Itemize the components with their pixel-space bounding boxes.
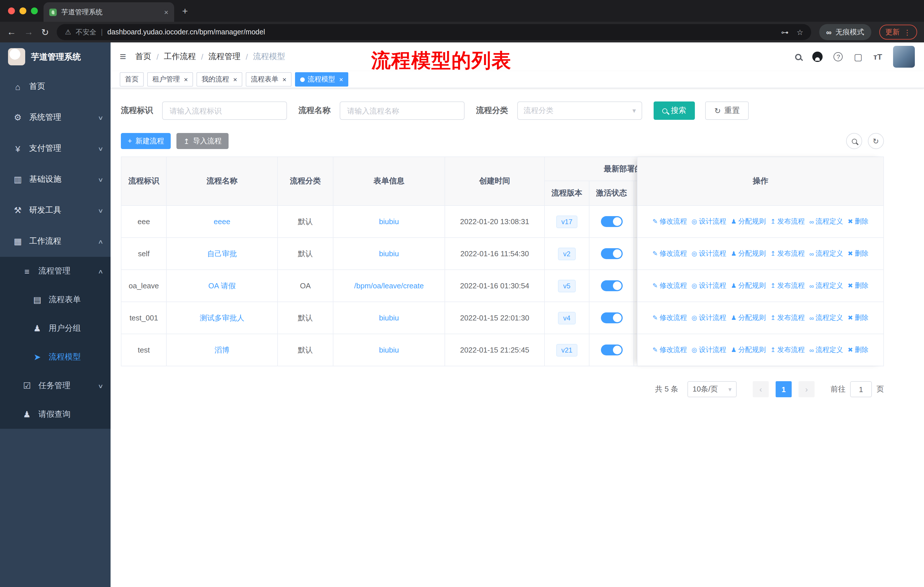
tab-close-icon[interactable]: × xyxy=(164,8,168,17)
browser-tab[interactable]: 芋道管理系统 × xyxy=(43,2,174,22)
delete-action-link[interactable]: ✖删除 xyxy=(848,281,868,291)
design-action-link[interactable]: ◎设计流程 xyxy=(691,345,726,355)
activation-toggle[interactable] xyxy=(601,216,622,227)
user-avatar[interactable] xyxy=(893,46,915,68)
edit-action-link[interactable]: ✎修改流程 xyxy=(652,345,687,355)
publish-action-link[interactable]: ↥发布流程 xyxy=(770,313,805,323)
form-link[interactable]: biubiu xyxy=(379,346,399,354)
assign-action-link[interactable]: ♟分配规则 xyxy=(731,217,766,227)
delete-action-link[interactable]: ✖删除 xyxy=(848,217,868,227)
search-button[interactable]: 搜索 xyxy=(653,101,695,120)
definition-action-link[interactable]: ∞流程定义 xyxy=(809,217,843,227)
definition-action-link[interactable]: ∞流程定义 xyxy=(809,313,843,323)
create-process-button[interactable]: + 新建流程 xyxy=(121,133,171,149)
definition-action-link[interactable]: ∞流程定义 xyxy=(809,281,843,291)
next-page-button[interactable]: › xyxy=(799,381,815,397)
close-icon[interactable]: × xyxy=(233,75,237,83)
activation-toggle[interactable] xyxy=(601,280,622,291)
sidebar-item-send[interactable]: ➤流程模型 xyxy=(0,343,111,372)
tag-item[interactable]: 我的流程× xyxy=(196,72,242,86)
minimize-window-button[interactable] xyxy=(20,7,26,14)
edit-action-link[interactable]: ✎修改流程 xyxy=(652,313,687,323)
assign-action-link[interactable]: ♟分配规则 xyxy=(731,281,766,291)
delete-action-link[interactable]: ✖删除 xyxy=(848,345,868,355)
close-icon[interactable]: × xyxy=(184,75,188,83)
definition-action-link[interactable]: ∞流程定义 xyxy=(809,249,843,258)
design-action-link[interactable]: ◎设计流程 xyxy=(691,313,726,323)
activation-toggle[interactable] xyxy=(601,248,622,259)
forward-button[interactable]: → xyxy=(24,27,33,37)
sidebar-item-yen[interactable]: ¥支付管理∨ xyxy=(0,133,111,164)
edit-action-link[interactable]: ✎修改流程 xyxy=(652,249,687,258)
sidebar-item-task[interactable]: ☑任务管理∨ xyxy=(0,372,111,400)
github-icon[interactable] xyxy=(813,51,823,62)
sidebar-collapse-icon[interactable]: ≡ xyxy=(120,50,126,63)
form-link[interactable]: biubiu xyxy=(379,217,399,226)
key-icon[interactable]: ⊶ xyxy=(781,28,789,36)
sidebar-item-doc[interactable]: ▤流程表单 xyxy=(0,286,111,314)
security-label[interactable]: 不安全 xyxy=(76,27,96,37)
search-icon[interactable] xyxy=(795,54,802,60)
close-window-button[interactable] xyxy=(8,7,15,14)
bookmark-star-icon[interactable]: ☆ xyxy=(797,28,803,36)
close-icon[interactable]: × xyxy=(339,75,343,83)
tag-item[interactable]: 流程模型× xyxy=(295,72,348,86)
activation-toggle[interactable] xyxy=(601,313,622,323)
zoom-window-button[interactable] xyxy=(31,7,38,14)
reload-button[interactable]: ↻ xyxy=(41,26,49,38)
sidebar-item-users[interactable]: ♟用户分组 xyxy=(0,314,111,343)
form-link[interactable]: biubiu xyxy=(379,314,399,322)
help-icon[interactable]: ? xyxy=(834,52,843,61)
breadcrumb-item[interactable]: 首页 xyxy=(135,51,151,62)
toggle-search-button[interactable] xyxy=(846,133,862,149)
process-name-link[interactable]: 测试多审批人 xyxy=(200,313,244,323)
process-name-input[interactable] xyxy=(340,101,465,120)
import-process-button[interactable]: ↥ 导入流程 xyxy=(177,133,229,149)
sidebar-item-person[interactable]: ♟请假查询 xyxy=(0,400,111,429)
tag-item[interactable]: 租户管理× xyxy=(147,72,193,86)
browser-menu-icon[interactable]: ⋮ xyxy=(904,28,911,36)
breadcrumb-item[interactable]: 工作流程 xyxy=(164,51,196,62)
form-link[interactable]: /bpm/oa/leave/create xyxy=(354,281,424,290)
activation-toggle[interactable] xyxy=(601,344,622,356)
definition-action-link[interactable]: ∞流程定义 xyxy=(809,345,843,355)
publish-action-link[interactable]: ↥发布流程 xyxy=(770,281,805,291)
prev-page-button[interactable]: ‹ xyxy=(753,381,769,397)
process-name-link[interactable]: 滔博 xyxy=(214,345,229,355)
tag-item[interactable]: 首页 xyxy=(120,72,144,86)
process-key-input[interactable] xyxy=(162,101,287,120)
sidebar-item-workflow[interactable]: ▦工作流程∧ xyxy=(0,226,111,257)
publish-action-link[interactable]: ↥发布流程 xyxy=(770,249,805,258)
process-name-link[interactable]: OA 请假 xyxy=(208,281,236,291)
publish-action-link[interactable]: ↥发布流程 xyxy=(770,345,805,355)
process-name-link[interactable]: 自己审批 xyxy=(207,248,237,259)
font-size-icon[interactable]: тT xyxy=(873,52,882,61)
assign-action-link[interactable]: ♟分配规则 xyxy=(731,345,766,355)
design-action-link[interactable]: ◎设计流程 xyxy=(691,249,726,258)
delete-action-link[interactable]: ✖删除 xyxy=(848,249,868,258)
update-chip[interactable]: 更新 ⋮ xyxy=(879,25,917,40)
new-tab-button[interactable]: + xyxy=(182,6,188,17)
sidebar-item-infra[interactable]: ▥基础设施∨ xyxy=(0,164,111,195)
sidebar-item-gear[interactable]: ⚙系统管理∨ xyxy=(0,102,111,133)
address-bar[interactable]: ⚠ 不安全 | dashboard.yudao.iocoder.cn/bpm/m… xyxy=(57,24,812,40)
current-page-button[interactable]: 1 xyxy=(776,381,792,397)
form-link[interactable]: biubiu xyxy=(379,250,399,258)
design-action-link[interactable]: ◎设计流程 xyxy=(691,281,726,291)
version-tag[interactable]: v4 xyxy=(558,312,576,324)
publish-action-link[interactable]: ↥发布流程 xyxy=(770,217,805,227)
delete-action-link[interactable]: ✖删除 xyxy=(848,313,868,323)
reset-button[interactable]: ↻ 重置 xyxy=(705,101,749,120)
goto-page-input[interactable] xyxy=(850,381,872,397)
edit-action-link[interactable]: ✎修改流程 xyxy=(652,281,687,291)
version-tag[interactable]: v5 xyxy=(558,279,576,292)
back-button[interactable]: ← xyxy=(7,27,16,37)
process-category-select[interactable]: 流程分类 ▾ xyxy=(517,101,642,120)
sidebar-item-tools[interactable]: ⚒研发工具∨ xyxy=(0,195,111,226)
breadcrumb-item[interactable]: 流程管理 xyxy=(208,51,241,62)
version-tag[interactable]: v21 xyxy=(556,344,578,356)
refresh-table-button[interactable]: ↻ xyxy=(868,133,884,149)
tag-item[interactable]: 流程表单× xyxy=(246,72,292,86)
version-tag[interactable]: v2 xyxy=(558,247,576,260)
edit-action-link[interactable]: ✎修改流程 xyxy=(652,217,687,227)
